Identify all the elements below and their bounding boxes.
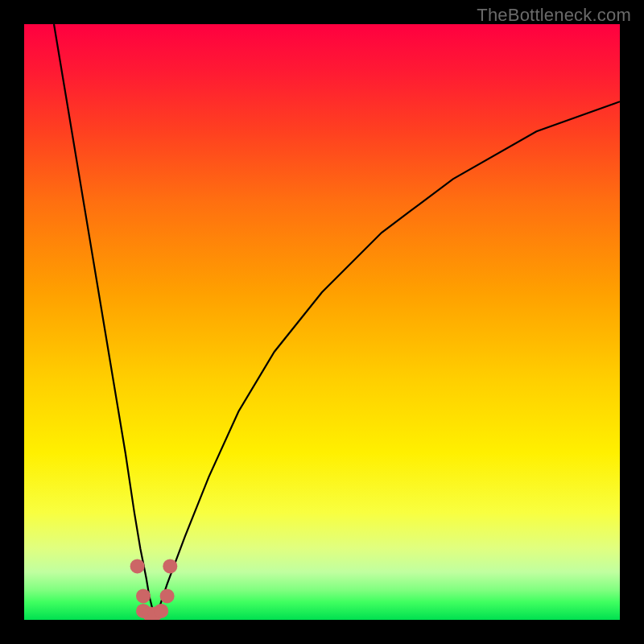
marker-point: [136, 588, 151, 603]
marker-point: [130, 559, 145, 573]
series-right-branch: [155, 101, 620, 620]
chart-frame: TheBottleneck.com: [0, 0, 644, 644]
marker-point: [163, 559, 177, 573]
series-left-branch: [54, 24, 155, 620]
plot-area: [24, 24, 620, 620]
marker-points: [130, 559, 178, 620]
curve-lines: [54, 24, 620, 620]
marker-point: [160, 588, 175, 603]
chart-svg: [24, 24, 620, 620]
watermark-text: TheBottleneck.com: [477, 5, 631, 26]
marker-point: [154, 604, 168, 618]
